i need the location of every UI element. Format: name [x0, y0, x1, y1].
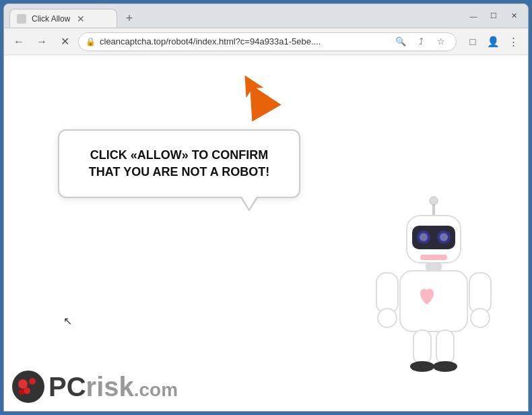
minimize-button[interactable]: —: [465, 9, 482, 23]
reload-button[interactable]: ✕: [55, 32, 74, 51]
lock-icon: 🔒: [86, 37, 96, 46]
svg-point-24: [24, 387, 30, 394]
browser-window: Click Allow ✕ + — ☐ ✕ ← → ✕ 🔒 cleancaptc…: [3, 3, 529, 412]
svg-rect-11: [426, 263, 442, 271]
back-button[interactable]: ←: [9, 32, 28, 51]
maximize-button[interactable]: ☐: [485, 9, 502, 23]
menu-button[interactable]: ⋮: [504, 32, 523, 51]
svg-rect-18: [436, 330, 454, 364]
tab-area: Click Allow ✕ +: [9, 4, 459, 28]
tab-favicon: [17, 14, 26, 24]
address-icons: 🔍 ⤴ ☆: [393, 34, 449, 50]
logo-pc: PC: [48, 372, 86, 402]
robot-container: [366, 195, 501, 384]
svg-point-19: [410, 361, 434, 372]
close-button[interactable]: ✕: [505, 9, 523, 23]
speech-bubble: CLICK «ALLOW» TO CONFIRM THAT YOU ARE NO…: [58, 129, 300, 198]
address-box[interactable]: 🔒 cleancaptcha.top/robot4/index.html?c=9…: [78, 32, 457, 51]
page-content: CLICK «ALLOW» TO CONFIRM THAT YOU ARE NO…: [4, 55, 528, 411]
logo-domain: .com: [134, 379, 178, 400]
arrow-svg: [233, 69, 287, 123]
svg-point-20: [433, 361, 457, 372]
title-bar: Click Allow ✕ + — ☐ ✕: [4, 4, 528, 28]
svg-point-25: [19, 389, 24, 395]
profile-button[interactable]: 👤: [484, 32, 502, 51]
cursor-indicator: ↖: [63, 315, 72, 327]
bubble-text: CLICK «ALLOW» TO CONFIRM THAT YOU ARE NO…: [73, 147, 286, 181]
svg-rect-13: [376, 273, 398, 313]
tab-title: Click Allow: [32, 14, 70, 24]
svg-rect-10: [420, 255, 447, 260]
logo-text-area: PCrisk.com: [48, 372, 178, 402]
svg-point-16: [471, 309, 490, 327]
address-bar-row: ← → ✕ 🔒 cleancaptcha.top/robot4/index.ht…: [4, 28, 528, 55]
forward-button[interactable]: →: [32, 32, 51, 51]
robot-svg: [366, 195, 501, 384]
svg-point-22: [18, 379, 28, 389]
svg-rect-17: [413, 330, 431, 364]
svg-point-15: [378, 309, 397, 327]
svg-point-8: [420, 233, 428, 241]
logo-risk: risk: [86, 372, 134, 402]
active-tab[interactable]: Click Allow ✕: [9, 9, 117, 28]
new-tab-button[interactable]: +: [120, 9, 139, 28]
tab-close-button[interactable]: ✕: [75, 13, 86, 24]
pcrisk-logo-icon: [11, 369, 46, 404]
extensions-button[interactable]: □: [463, 32, 482, 51]
svg-rect-12: [400, 271, 467, 331]
share-icon-btn[interactable]: ⤴: [413, 34, 429, 50]
svg-rect-14: [469, 273, 491, 313]
svg-point-23: [29, 378, 36, 385]
url-text: cleancaptcha.top/robot4/index.html?c=94a…: [100, 36, 389, 46]
pcrisk-logo: PCrisk.com: [11, 369, 178, 404]
svg-point-9: [440, 233, 448, 241]
window-controls: — ☐ ✕: [465, 9, 523, 23]
svg-point-21: [12, 371, 44, 403]
svg-marker-1: [233, 69, 281, 121]
toolbar-icons: □ 👤 ⋮: [463, 32, 523, 51]
bookmark-icon-btn[interactable]: ☆: [433, 34, 449, 50]
search-icon-btn[interactable]: 🔍: [393, 34, 409, 50]
svg-point-3: [430, 197, 438, 205]
